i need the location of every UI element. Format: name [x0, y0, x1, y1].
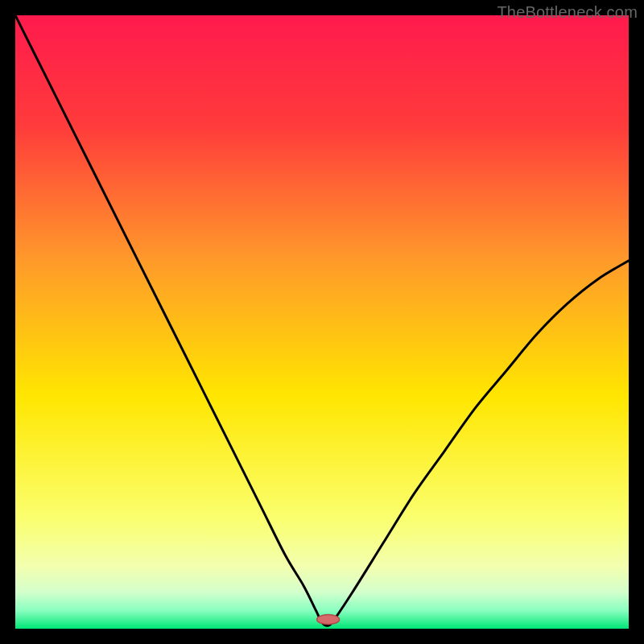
attribution-label: TheBottleneck.com — [497, 3, 638, 22]
chart-svg — [15, 15, 629, 629]
optimum-marker — [317, 615, 340, 625]
plot-area — [15, 15, 629, 629]
gradient-background — [15, 15, 629, 629]
page-canvas: TheBottleneck.com — [0, 0, 644, 644]
